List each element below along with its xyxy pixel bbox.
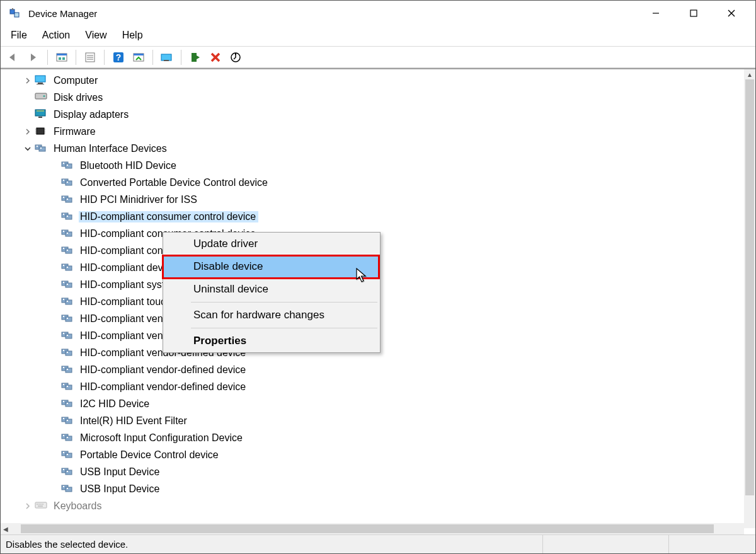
svg-rect-86 (63, 333, 64, 334)
expand-icon[interactable] (23, 502, 32, 511)
hid-icon (61, 432, 75, 444)
svg-rect-4 (690, 10, 697, 16)
status-cell (668, 535, 750, 553)
svg-rect-101 (66, 402, 72, 407)
svg-rect-79 (67, 301, 68, 302)
tree-item[interactable]: Human Interface Devices (1, 140, 755, 157)
svg-rect-97 (66, 385, 72, 390)
svg-text:?: ? (116, 52, 122, 62)
svg-rect-1 (14, 13, 19, 17)
menu-file[interactable]: File (11, 30, 27, 41)
maximize-button[interactable] (675, 1, 713, 26)
show-hidden-button[interactable] (130, 49, 147, 66)
menu-help[interactable]: Help (122, 30, 143, 41)
tree-item[interactable]: HID-compliant vendor-defined device (1, 361, 755, 378)
tree-item[interactable]: HID PCI Minidriver for ISS (1, 191, 755, 208)
svg-rect-117 (66, 470, 72, 475)
svg-rect-33 (37, 128, 44, 134)
show-hide-tree-button[interactable] (53, 49, 71, 66)
tree-item[interactable]: Microsoft Input Configuration Device (1, 429, 755, 446)
tree-item[interactable]: HID-compliant consumer control device (1, 208, 755, 225)
tree-item[interactable]: HID-compliant vendor-defined device (1, 378, 755, 395)
back-button[interactable] (4, 49, 22, 66)
enable-device-button[interactable] (186, 49, 204, 66)
svg-rect-67 (67, 250, 68, 251)
scrollbar-thumb[interactable] (21, 524, 714, 533)
context-menu-item[interactable]: Properties (163, 330, 380, 352)
hid-icon (61, 483, 75, 495)
help-button[interactable]: ? (110, 49, 127, 66)
tree-item[interactable]: Bluetooth HID Device (1, 157, 755, 174)
tree-item[interactable]: I2C HID Device (1, 395, 755, 412)
tree-item[interactable]: Computer (1, 72, 755, 89)
vertical-scrollbar[interactable]: ▲ (744, 69, 755, 528)
menu-view[interactable]: View (85, 30, 106, 41)
context-menu-item[interactable]: Disable device (163, 255, 380, 278)
tree-item[interactable]: Display adapters (1, 106, 755, 123)
tree-item-label: Computer (52, 75, 100, 86)
tree-item-label: I2C HID Device (79, 398, 152, 410)
menu-action[interactable]: Action (42, 30, 70, 41)
svg-rect-58 (63, 214, 64, 215)
scan-hardware-button[interactable] (227, 49, 244, 66)
svg-rect-87 (67, 335, 68, 336)
update-driver-button[interactable] (158, 49, 176, 66)
context-menu-item[interactable]: Uninstall device (163, 278, 380, 301)
expand-icon[interactable] (23, 93, 32, 102)
svg-rect-42 (37, 146, 38, 147)
hid-icon (61, 398, 75, 410)
tree-item[interactable]: USB Input Device (1, 480, 755, 497)
hid-icon (61, 347, 75, 359)
scroll-left-arrow[interactable]: ◀ (1, 526, 11, 533)
expand-icon[interactable] (23, 76, 32, 85)
svg-rect-65 (66, 249, 72, 253)
uninstall-device-button[interactable] (207, 49, 224, 66)
tree-item[interactable]: Keyboards (1, 497, 755, 514)
svg-rect-26 (38, 83, 43, 84)
properties-button[interactable] (81, 49, 99, 66)
svg-rect-105 (66, 419, 72, 424)
tree-item[interactable]: Firmware (1, 123, 755, 140)
svg-rect-85 (66, 334, 72, 338)
svg-rect-126 (38, 504, 40, 505)
context-menu-item[interactable]: Update driver (163, 233, 380, 255)
svg-rect-127 (40, 504, 42, 505)
svg-rect-77 (66, 300, 72, 304)
expand-icon[interactable] (23, 127, 32, 136)
svg-rect-49 (66, 181, 72, 185)
tree-item[interactable]: Intel(R) HID Event Filter (1, 412, 755, 429)
svg-rect-82 (63, 316, 64, 317)
svg-rect-45 (66, 164, 72, 168)
svg-rect-66 (63, 248, 64, 249)
context-menu-separator (191, 302, 377, 303)
tree-item[interactable]: USB Input Device (1, 463, 755, 480)
scrollbar-thumb[interactable] (745, 79, 754, 495)
hid-icon (61, 296, 75, 308)
hid-icon (61, 466, 75, 478)
hid-icon (61, 279, 75, 291)
horizontal-scrollbar[interactable]: ◀ (1, 523, 744, 534)
svg-rect-9 (59, 57, 61, 60)
close-button[interactable] (713, 1, 750, 26)
tree-item-label: HID-compliant vendor-defined device (79, 381, 248, 393)
scroll-up-arrow[interactable]: ▲ (744, 69, 755, 79)
hid-icon (61, 211, 75, 222)
svg-rect-119 (67, 471, 68, 472)
svg-rect-25 (35, 76, 45, 82)
window-title: Device Manager (28, 8, 97, 19)
tree-item[interactable]: Portable Device Control device (1, 446, 755, 463)
tree-item-label: Intel(R) HID Event Filter (79, 415, 190, 427)
collapse-icon[interactable] (23, 144, 32, 153)
forward-button[interactable] (25, 49, 42, 66)
minimize-button[interactable] (637, 1, 675, 26)
hid-icon (61, 381, 75, 393)
hid-icon (61, 415, 75, 427)
expand-icon[interactable] (23, 110, 32, 119)
svg-rect-89 (66, 351, 72, 355)
context-menu-item[interactable]: Scan for hardware changes (163, 304, 380, 326)
svg-rect-102 (63, 401, 64, 402)
tree-item[interactable]: Disk drives (1, 89, 755, 106)
svg-rect-78 (63, 299, 64, 300)
tree-item[interactable]: Converted Portable Device Control device (1, 174, 755, 191)
svg-rect-41 (39, 147, 45, 151)
